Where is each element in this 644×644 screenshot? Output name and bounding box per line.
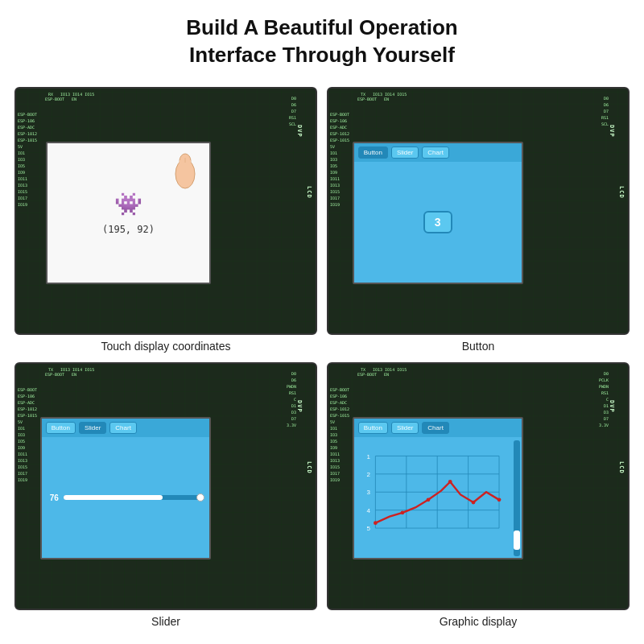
- board-button: ESP-BOOTESP-106ESP-ADCESP-1012ESP-10155V…: [327, 87, 630, 335]
- screen-slider: Button Slider Chart 76: [40, 417, 211, 559]
- nav-btn-slider[interactable]: Slider: [391, 147, 419, 159]
- svg-text:2: 2: [366, 472, 370, 479]
- slider-track[interactable]: [64, 495, 201, 500]
- svg-text:1: 1: [366, 453, 370, 460]
- nav-btn-chart3[interactable]: Chart: [422, 422, 449, 434]
- cell-chart: ESP-BOOTESP-106ESP-ADCESP-1012ESP-10155V…: [327, 362, 630, 628]
- cell-touch: ESP-BOOTESP-106ESP-ADCESP-1012ESP-10155V…: [14, 87, 317, 353]
- svg-point-21: [426, 498, 430, 502]
- robot-icon: 👾: [114, 191, 142, 217]
- chart-nav: Button Slider Chart: [354, 419, 522, 437]
- screen-button: Button Slider Chart 3: [353, 142, 523, 283]
- scrollbar-thumb[interactable]: [514, 530, 520, 550]
- nav-btn-button[interactable]: Button: [358, 147, 388, 159]
- screen-chart: Button Slider Chart: [353, 417, 523, 559]
- cell-button: ESP-BOOTESP-106ESP-ADCESP-1012ESP-10155V…: [327, 87, 630, 353]
- svg-text:4: 4: [366, 507, 370, 514]
- svg-point-23: [471, 501, 475, 505]
- nav-btn-chart2[interactable]: Chart: [109, 422, 137, 434]
- slider-thumb[interactable]: [196, 493, 204, 502]
- nav-btn-slider3[interactable]: Slider: [391, 422, 419, 434]
- page-title: Build A Beautiful Operation Interface Th…: [0, 0, 644, 80]
- svg-text:5: 5: [366, 526, 370, 533]
- nav-btn-button3[interactable]: Button: [358, 422, 388, 434]
- label-touch: Touch display coordinates: [101, 340, 230, 353]
- board-slider: ESP-BOOTESP-106ESP-ADCESP-1012ESP-10155V…: [14, 362, 317, 610]
- slider-fill: [64, 495, 163, 500]
- svg-point-22: [448, 481, 452, 485]
- svg-point-20: [400, 511, 404, 515]
- svg-point-24: [497, 498, 501, 502]
- slider-value: 76: [50, 493, 59, 502]
- chart-svg: 1 2 3 4 5: [357, 439, 512, 555]
- chart-scrollbar[interactable]: [514, 440, 520, 555]
- slider-container: 76: [42, 437, 209, 557]
- number-button[interactable]: 3: [423, 211, 452, 233]
- svg-text:3: 3: [366, 489, 370, 497]
- board-chart: ESP-BOOTESP-106ESP-ADCESP-1012ESP-10155V…: [327, 362, 630, 610]
- touch-coords: (195, 92): [102, 224, 155, 235]
- label-slider: Slider: [151, 615, 180, 628]
- label-chart: Graphic display: [440, 615, 518, 628]
- cell-slider: ESP-BOOTESP-106ESP-ADCESP-1012ESP-10155V…: [14, 362, 317, 628]
- nav-btn-chart[interactable]: Chart: [422, 147, 449, 159]
- button-center: 3: [354, 162, 522, 282]
- svg-point-19: [374, 522, 378, 526]
- button-nav: Button Slider Chart: [354, 143, 522, 162]
- finger-icon: [169, 150, 201, 194]
- content-grid: ESP-BOOTESP-106ESP-ADCESP-1012ESP-10155V…: [0, 80, 644, 628]
- nav-btn-slider2[interactable]: Slider: [79, 422, 106, 434]
- board-touch: ESP-BOOTESP-106ESP-ADCESP-1012ESP-10155V…: [14, 87, 317, 335]
- nav-btn-button2[interactable]: Button: [46, 422, 76, 434]
- screen-touch: 👾 (195, 92): [46, 142, 211, 283]
- slider-nav: Button Slider Chart: [42, 419, 209, 437]
- label-button: Button: [462, 340, 494, 353]
